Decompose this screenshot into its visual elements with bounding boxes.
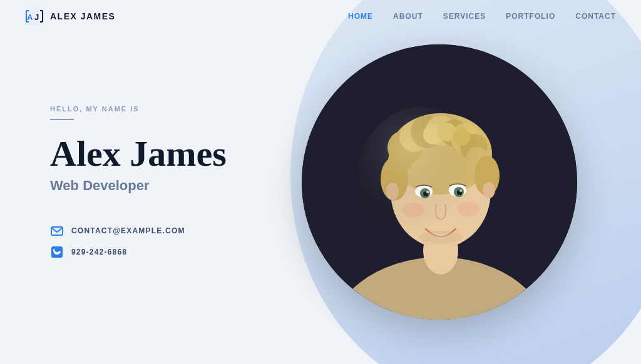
svg-rect-10	[51, 246, 63, 258]
nav-about[interactable]: ABOUT	[393, 12, 423, 21]
hero-name: Alex James	[50, 135, 263, 173]
logo-icon: A J	[25, 7, 44, 26]
phone-row: 929-242-6868	[50, 245, 263, 259]
right-panel	[263, 44, 641, 320]
svg-text:A: A	[27, 13, 33, 22]
hero-title: Web Developer	[50, 178, 263, 194]
contact-info: CONTACT@EXAMPLE.COM 929-242-6868	[50, 224, 263, 259]
email-row: CONTACT@EXAMPLE.COM	[50, 224, 263, 238]
svg-text:J: J	[34, 13, 39, 22]
main-content: HELLO, MY NAME IS Alex James Web Develop…	[0, 0, 641, 364]
nav-services[interactable]: SERVICES	[443, 12, 486, 21]
main-nav: HOME ABOUT SERVICES PORTFOLIO CONTACT	[348, 12, 616, 21]
greeting-label: HELLO, MY NAME IS	[50, 105, 263, 113]
nav-home[interactable]: HOME	[348, 12, 373, 21]
email-icon	[50, 224, 64, 238]
svg-point-32	[483, 182, 495, 198]
divider	[50, 119, 74, 120]
nav-portfolio[interactable]: PORTFOLIO	[506, 12, 555, 21]
header: A J ALEX JAMES HOME ABOUT SERVICES PORTF…	[0, 0, 641, 33]
phone-icon	[50, 245, 64, 259]
svg-point-44	[358, 107, 483, 245]
phone-text: 929-242-6868	[71, 248, 127, 256]
logo-text: ALEX JAMES	[50, 11, 115, 21]
email-text: CONTACT@EXAMPLE.COM	[71, 226, 185, 235]
svg-rect-9	[51, 227, 63, 235]
profile-image	[302, 44, 577, 320]
left-panel: HELLO, MY NAME IS Alex James Web Develop…	[0, 105, 263, 260]
logo-area: A J ALEX JAMES	[25, 7, 115, 26]
nav-contact[interactable]: CONTACT	[575, 12, 616, 21]
